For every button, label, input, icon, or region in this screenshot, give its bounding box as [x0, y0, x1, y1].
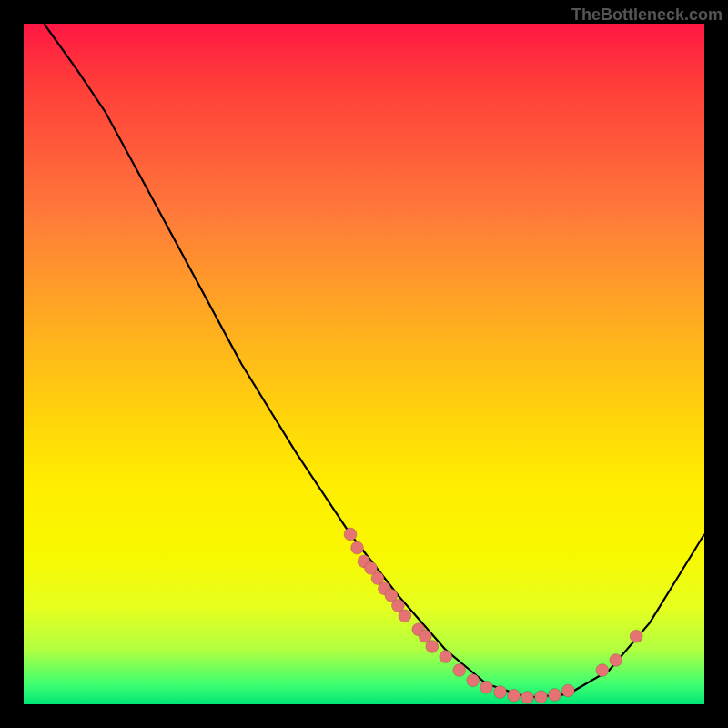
- data-point: [399, 610, 411, 622]
- chart-container: TheBottleneck.com: [0, 0, 728, 728]
- data-point: [344, 528, 357, 541]
- data-point: [351, 541, 364, 554]
- data-point: [610, 653, 622, 666]
- data-point: [630, 630, 642, 642]
- data-point: [508, 689, 521, 702]
- data-point: [596, 664, 609, 677]
- data-point: [548, 689, 561, 702]
- data-point: [426, 640, 439, 652]
- data-point: [561, 684, 574, 697]
- data-point: [440, 651, 452, 663]
- data-point: [467, 674, 480, 687]
- watermark-text: TheBottleneck.com: [571, 5, 723, 25]
- chart-svg: [24, 24, 704, 704]
- data-point: [480, 681, 493, 693]
- plot-area: [24, 24, 704, 704]
- bottleneck-curve: [44, 24, 704, 698]
- data-point: [453, 664, 466, 677]
- data-point: [535, 691, 548, 703]
- data-point: [521, 692, 534, 704]
- data-point: [494, 686, 507, 699]
